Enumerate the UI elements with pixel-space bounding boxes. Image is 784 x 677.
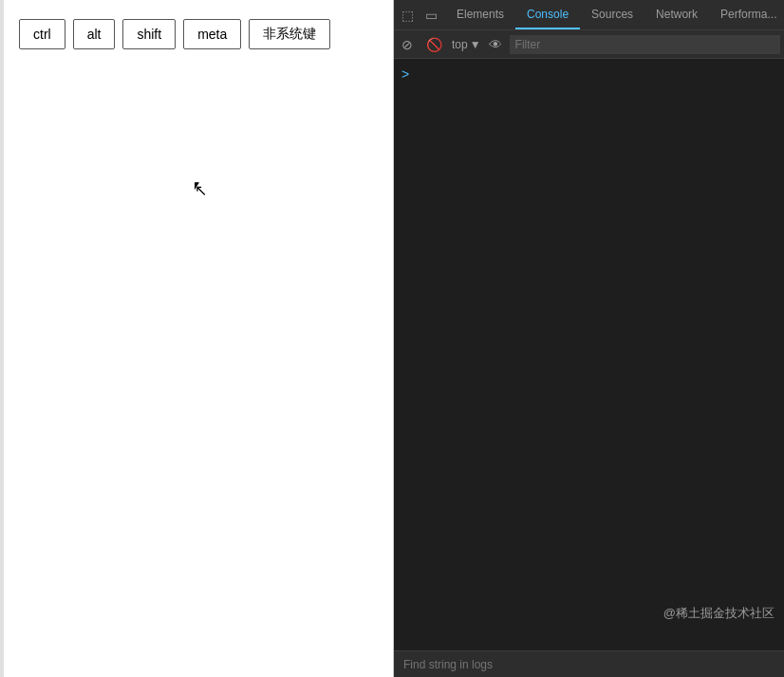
tab-elements[interactable]: Elements: [445, 0, 515, 29]
devtools-icon-group: ⬚ ▭: [394, 6, 445, 25]
devtools-tabs-container: Elements Console Sources Network Perform…: [445, 0, 784, 29]
main-content-panel: ctrl alt shift meta 非系统键 ↖: [0, 0, 394, 677]
tab-console[interactable]: Console: [515, 0, 580, 29]
ctrl-button[interactable]: ctrl: [19, 19, 65, 49]
key-buttons-container: ctrl alt shift meta 非系统键: [0, 0, 393, 68]
find-in-logs-bar: [394, 650, 784, 677]
alt-button[interactable]: alt: [73, 19, 116, 49]
mouse-cursor: ↖: [195, 182, 206, 199]
shift-button[interactable]: shift: [122, 19, 176, 49]
top-context-selector[interactable]: top ▼: [452, 38, 481, 51]
clear-console-button[interactable]: ⊘: [398, 35, 417, 54]
no-errors-button[interactable]: 🚫: [422, 35, 446, 54]
find-in-logs-input[interactable]: [403, 658, 775, 671]
console-prompt-symbol[interactable]: >: [401, 66, 409, 82]
device-icon[interactable]: ▭: [423, 6, 439, 25]
top-label: top: [452, 38, 468, 51]
eye-icon[interactable]: 👁: [487, 35, 504, 54]
tab-network[interactable]: Network: [644, 0, 709, 29]
watermark-text: @稀土掘金技术社区: [663, 605, 775, 622]
console-output-area: > @稀土掘金技术社区: [394, 59, 784, 650]
console-toolbar: ⊘ 🚫 top ▼ 👁: [394, 30, 784, 59]
nonsystem-button[interactable]: 非系统键: [249, 19, 330, 49]
tab-sources[interactable]: Sources: [580, 0, 644, 29]
tab-performance[interactable]: Performa...: [709, 0, 784, 29]
panel-divider: [0, 0, 4, 677]
inspect-icon[interactable]: ⬚: [400, 6, 416, 25]
meta-button[interactable]: meta: [183, 19, 241, 49]
dropdown-arrow-icon: ▼: [470, 38, 481, 51]
devtools-panel: ⬚ ▭ Elements Console Sources Network Per…: [394, 0, 784, 677]
devtools-top-toolbar: ⬚ ▭ Elements Console Sources Network Per…: [394, 0, 784, 30]
console-filter-input[interactable]: [510, 35, 780, 54]
